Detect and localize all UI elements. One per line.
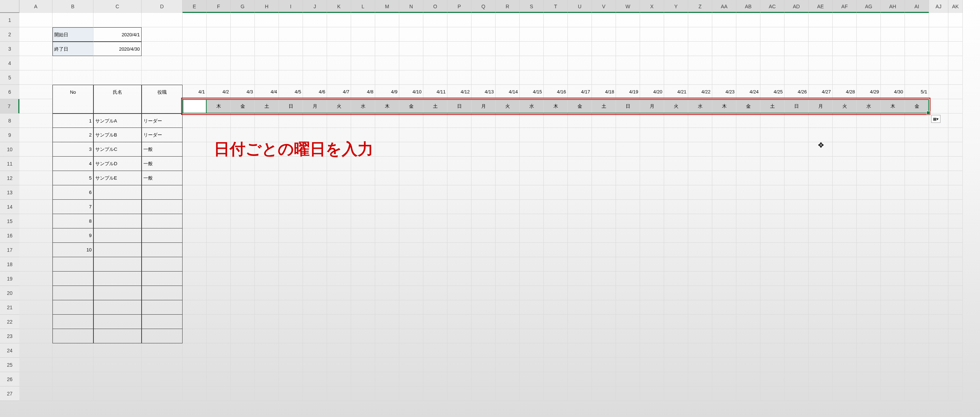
cell-C9[interactable]: サンプルB (94, 128, 142, 142)
row-header-22[interactable]: 22 (0, 315, 19, 329)
row-header-11[interactable]: 11 (0, 157, 19, 171)
cell-B13[interactable]: 6 (52, 186, 94, 200)
cell-W3[interactable] (616, 42, 640, 56)
col-header-AK[interactable]: AK (948, 0, 963, 13)
cell-K23[interactable] (327, 329, 351, 343)
cell-E1[interactable] (183, 13, 207, 27)
cell-G5[interactable] (231, 70, 255, 85)
cell-U13[interactable] (568, 186, 592, 200)
cell-P15[interactable] (447, 214, 471, 228)
cell-K25[interactable] (327, 358, 351, 372)
cell-L21[interactable] (351, 300, 375, 315)
cell-AH5[interactable] (881, 70, 905, 85)
cell-T7[interactable]: 木 (544, 99, 568, 114)
cell-A21[interactable] (19, 300, 52, 315)
cell-G6[interactable]: 4/3 (231, 85, 255, 99)
cell-A17[interactable] (19, 243, 52, 257)
cell-R25[interactable] (496, 358, 520, 372)
cell-AA20[interactable] (712, 286, 737, 300)
cell-R4[interactable] (496, 56, 520, 70)
cell-I15[interactable] (279, 214, 303, 228)
col-header-H[interactable]: H (255, 0, 279, 13)
cell-AK21[interactable] (948, 300, 963, 315)
cell-S20[interactable] (520, 286, 544, 300)
cell-AE11[interactable] (808, 157, 833, 171)
cell-AE24[interactable] (808, 343, 833, 358)
cell-Y21[interactable] (664, 300, 688, 315)
cell-W26[interactable] (616, 372, 640, 387)
cell-AH9[interactable] (881, 128, 905, 142)
cell-Y23[interactable] (664, 329, 688, 343)
cell-AB14[interactable] (737, 200, 760, 214)
cell-H13[interactable] (255, 186, 279, 200)
cell-X23[interactable] (640, 329, 664, 343)
cell-X18[interactable] (640, 257, 664, 271)
cell-U14[interactable] (568, 200, 592, 214)
cell-K16[interactable] (327, 228, 351, 243)
cell-P21[interactable] (447, 300, 471, 315)
cell-AA10[interactable] (712, 142, 737, 157)
cell-O7[interactable]: 土 (423, 99, 447, 114)
cell-AJ13[interactable] (929, 186, 948, 200)
cell-R14[interactable] (496, 200, 520, 214)
cell-N10[interactable] (399, 142, 423, 157)
cell-Y16[interactable] (664, 228, 688, 243)
cell-G2[interactable] (231, 27, 255, 42)
cell-AF20[interactable] (833, 286, 857, 300)
cell-Z15[interactable] (688, 214, 712, 228)
cell-Y9[interactable] (664, 128, 688, 142)
cell-AD25[interactable] (784, 358, 808, 372)
cell-S10[interactable] (520, 142, 544, 157)
cell-L11[interactable] (351, 157, 375, 171)
col-header-Q[interactable]: Q (471, 0, 496, 13)
cell-P11[interactable] (447, 157, 471, 171)
cell-K27[interactable] (327, 387, 351, 401)
cell-AG22[interactable] (857, 315, 881, 329)
cell-H23[interactable] (255, 329, 279, 343)
cell-AH22[interactable] (881, 315, 905, 329)
cell-T17[interactable] (544, 243, 568, 257)
row-header-27[interactable]: 27 (0, 387, 19, 401)
cell-AI10[interactable] (905, 142, 929, 157)
row-header-14[interactable]: 14 (0, 200, 19, 214)
cell-Q13[interactable] (471, 186, 496, 200)
cell-I3[interactable] (279, 42, 303, 56)
cell-L10[interactable] (351, 142, 375, 157)
cell-AC6[interactable]: 4/25 (760, 85, 784, 99)
cell-F8[interactable] (207, 114, 231, 128)
cell-Y4[interactable] (664, 56, 688, 70)
cell-W21[interactable] (616, 300, 640, 315)
cell-AF15[interactable] (833, 214, 857, 228)
cell-F13[interactable] (207, 186, 231, 200)
cell-U1[interactable] (568, 13, 592, 27)
cell-AE6[interactable]: 4/27 (808, 85, 833, 99)
cell-M23[interactable] (375, 329, 399, 343)
cell-X16[interactable] (640, 228, 664, 243)
cell-B6[interactable]: No (52, 85, 94, 99)
cell-AB27[interactable] (737, 387, 760, 401)
cell-W5[interactable] (616, 70, 640, 85)
cell-E22[interactable] (183, 315, 207, 329)
cell-L23[interactable] (351, 329, 375, 343)
cell-AF16[interactable] (833, 228, 857, 243)
cell-D16[interactable] (142, 228, 183, 243)
cell-M18[interactable] (375, 257, 399, 271)
cell-X24[interactable] (640, 343, 664, 358)
cell-AA8[interactable] (712, 114, 737, 128)
cell-N4[interactable] (399, 56, 423, 70)
cell-A25[interactable] (19, 358, 52, 372)
cell-AC22[interactable] (760, 315, 784, 329)
cell-I11[interactable] (279, 157, 303, 171)
cell-M27[interactable] (375, 387, 399, 401)
cell-AK14[interactable] (948, 200, 963, 214)
cell-F16[interactable] (207, 228, 231, 243)
cell-AJ27[interactable] (929, 387, 948, 401)
cell-Y13[interactable] (664, 186, 688, 200)
cell-AB25[interactable] (737, 358, 760, 372)
cell-C10[interactable]: サンプルC (94, 142, 142, 157)
cell-C15[interactable] (94, 214, 142, 228)
cell-AA24[interactable] (712, 343, 737, 358)
cell-S3[interactable] (520, 42, 544, 56)
cell-S2[interactable] (520, 27, 544, 42)
cell-AA12[interactable] (712, 171, 737, 186)
